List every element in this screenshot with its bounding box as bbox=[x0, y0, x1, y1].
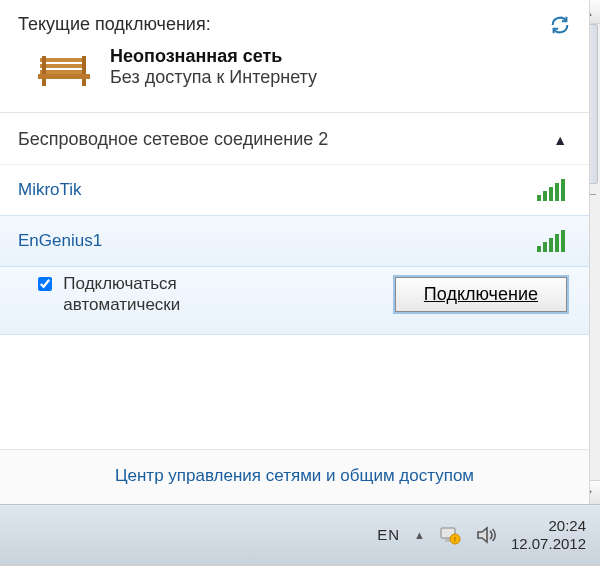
svg-rect-1 bbox=[40, 64, 84, 68]
header-title: Текущие подключения: bbox=[18, 14, 211, 35]
svg-rect-4 bbox=[82, 56, 86, 86]
network-center-link[interactable]: Центр управления сетями и общим доступом bbox=[0, 449, 589, 504]
signal-strength-icon bbox=[537, 179, 567, 201]
auto-connect-label: Подключаться автоматически bbox=[63, 273, 274, 316]
system-tray: EN ▲ ! 20:24 12.07.2012 bbox=[377, 517, 586, 552]
wireless-section-header[interactable]: Беспроводное сетевое соединение 2 ▲ bbox=[0, 113, 589, 165]
current-connection: Неопознанная сеть Без доступа к Интернет… bbox=[0, 42, 589, 113]
bottom-divider bbox=[0, 564, 600, 584]
svg-marker-10 bbox=[478, 528, 487, 542]
connect-area: Подключаться автоматически Подключение bbox=[0, 267, 589, 335]
language-indicator[interactable]: EN bbox=[377, 526, 400, 543]
current-connection-text: Неопознанная сеть Без доступа к Интернет… bbox=[110, 46, 317, 88]
clock-time: 20:24 bbox=[511, 517, 586, 534]
clock[interactable]: 20:24 12.07.2012 bbox=[511, 517, 586, 552]
network-name: MikroTik bbox=[18, 180, 82, 200]
network-flyout-panel: Текущие подключения: Неопознанная сеть Б… bbox=[0, 0, 590, 504]
refresh-icon[interactable] bbox=[549, 14, 571, 36]
header-row: Текущие подключения: bbox=[0, 0, 589, 42]
bench-icon bbox=[36, 46, 92, 94]
auto-connect-input[interactable] bbox=[38, 276, 52, 292]
svg-rect-2 bbox=[40, 70, 84, 74]
svg-rect-0 bbox=[40, 58, 84, 62]
network-item-mikrotik[interactable]: MikroTik bbox=[0, 165, 589, 215]
tray-overflow-icon[interactable]: ▲ bbox=[414, 529, 425, 541]
svg-rect-3 bbox=[42, 56, 46, 86]
clock-date: 12.07.2012 bbox=[511, 535, 586, 552]
current-connection-status: Без доступа к Интернету bbox=[110, 67, 317, 88]
network-name: EnGenius1 bbox=[18, 231, 102, 251]
volume-tray-icon[interactable] bbox=[475, 524, 497, 546]
svg-rect-5 bbox=[38, 74, 90, 79]
network-tray-icon[interactable]: ! bbox=[439, 524, 461, 546]
connect-button[interactable]: Подключение bbox=[395, 277, 567, 312]
chevron-up-icon: ▲ bbox=[553, 132, 567, 148]
spacer bbox=[0, 335, 589, 450]
wireless-section-title: Беспроводное сетевое соединение 2 bbox=[18, 129, 328, 150]
network-item-engenius1[interactable]: EnGenius1 bbox=[0, 215, 589, 267]
taskbar: EN ▲ ! 20:24 12.07.2012 bbox=[0, 504, 600, 564]
svg-text:!: ! bbox=[454, 536, 456, 543]
auto-connect-checkbox[interactable]: Подключаться автоматически bbox=[34, 273, 274, 316]
current-connection-name: Неопознанная сеть bbox=[110, 46, 317, 67]
signal-strength-icon bbox=[537, 230, 567, 252]
